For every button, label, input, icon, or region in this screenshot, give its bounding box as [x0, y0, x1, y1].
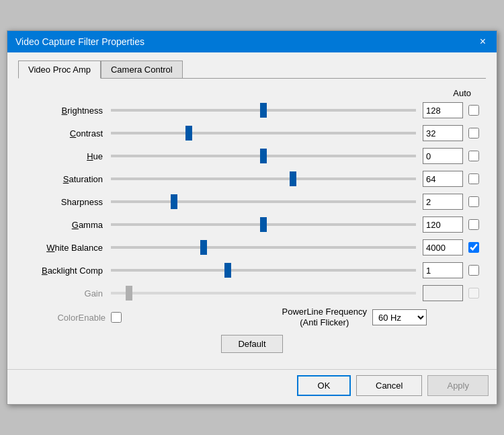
- sharpness-slider-container: [111, 200, 416, 203]
- contrast-row: Contrast: [24, 124, 480, 143]
- gain-slider[interactable]: [111, 292, 416, 294]
- white-balance-slider[interactable]: [111, 246, 416, 249]
- backlight-comp-slider-container: [111, 269, 416, 272]
- brightness-row: Brightness: [24, 101, 480, 120]
- gain-row: Gain: [24, 284, 480, 303]
- contrast-slider[interactable]: [111, 132, 416, 134]
- default-button-row: Default: [18, 335, 486, 353]
- tab-video-proc-amp[interactable]: Video Proc Amp: [18, 61, 101, 79]
- backlight-comp-value[interactable]: [423, 262, 463, 278]
- saturation-value[interactable]: [423, 171, 463, 187]
- gamma-row: Gamma: [24, 215, 480, 234]
- powerline-label: PowerLine Frequency (Anti Flicker): [282, 307, 367, 327]
- cancel-button[interactable]: Cancel: [356, 375, 422, 396]
- gamma-slider-container: [111, 223, 416, 226]
- default-button[interactable]: Default: [221, 335, 282, 353]
- contrast-slider-container: [111, 132, 416, 134]
- saturation-label: Saturation: [24, 174, 111, 184]
- hue-slider-container: [111, 155, 416, 157]
- controls-area: Auto Brightness Contrast: [18, 88, 486, 327]
- dialog-content: Video Proc Amp Camera Control Auto Brigh…: [7, 52, 497, 366]
- white-balance-label: White Balance: [24, 243, 111, 253]
- saturation-row: Saturation: [24, 169, 480, 188]
- color-enable-label: ColorEnable: [24, 313, 111, 323]
- auto-header: Auto: [24, 88, 471, 98]
- backlight-comp-slider[interactable]: [111, 269, 416, 272]
- tab-camera-control[interactable]: Camera Control: [101, 61, 183, 79]
- white-balance-slider-container: [111, 246, 416, 249]
- brightness-auto-checkbox[interactable]: [468, 105, 479, 116]
- contrast-auto-checkbox[interactable]: [468, 128, 479, 139]
- dialog-title: Video Capture Filter Properties: [15, 36, 144, 47]
- color-enable-checkbox[interactable]: [111, 312, 122, 323]
- white-balance-auto-checkbox[interactable]: [468, 242, 479, 253]
- brightness-slider-container: [111, 109, 416, 112]
- hue-label: Hue: [24, 151, 111, 161]
- gain-label: Gain: [24, 288, 111, 299]
- sharpness-slider[interactable]: [111, 200, 416, 203]
- powerline-label-line1: PowerLine Frequency: [282, 307, 367, 317]
- brightness-value[interactable]: [423, 102, 463, 118]
- gamma-auto-checkbox[interactable]: [468, 219, 479, 230]
- white-balance-row: White Balance: [24, 238, 480, 257]
- backlight-comp-label: Backlight Comp: [24, 266, 111, 276]
- gamma-label: Gamma: [24, 220, 111, 230]
- sharpness-auto-checkbox[interactable]: [468, 196, 479, 207]
- dialog: Video Capture Filter Properties × Video …: [7, 30, 497, 404]
- ok-button[interactable]: OK: [297, 375, 351, 396]
- brightness-label: Brightness: [24, 106, 111, 116]
- powerline-label-line2: (Anti Flicker): [300, 317, 349, 327]
- sharpness-value[interactable]: [423, 194, 463, 210]
- brightness-slider[interactable]: [111, 109, 416, 112]
- saturation-slider[interactable]: [111, 177, 416, 180]
- gain-auto-checkbox[interactable]: [468, 288, 479, 299]
- contrast-label: Contrast: [24, 128, 111, 139]
- hue-row: Hue: [24, 147, 480, 165]
- hue-auto-checkbox[interactable]: [468, 151, 479, 161]
- button-row: OK Cancel Apply: [7, 369, 497, 404]
- white-balance-value[interactable]: [423, 239, 463, 255]
- backlight-comp-auto-checkbox[interactable]: [468, 265, 479, 276]
- title-bar: Video Capture Filter Properties ×: [7, 31, 497, 52]
- gain-value: [423, 285, 463, 301]
- contrast-value[interactable]: [423, 125, 463, 141]
- gamma-value[interactable]: [423, 216, 463, 233]
- apply-button[interactable]: Apply: [427, 375, 489, 396]
- saturation-slider-container: [111, 177, 416, 180]
- saturation-auto-checkbox[interactable]: [468, 173, 479, 184]
- backlight-comp-row: Backlight Comp: [24, 261, 480, 280]
- bottom-options-row: ColorEnable PowerLine Frequency (Anti Fl…: [24, 307, 480, 327]
- hue-slider[interactable]: [111, 155, 416, 157]
- sharpness-row: Sharpness: [24, 192, 480, 211]
- powerline-select[interactable]: 50 Hz 60 Hz Disabled: [372, 309, 427, 325]
- gain-slider-container: [111, 292, 416, 294]
- sharpness-label: Sharpness: [24, 197, 111, 207]
- close-button[interactable]: ×: [477, 36, 489, 47]
- gamma-slider[interactable]: [111, 223, 416, 226]
- hue-value[interactable]: [423, 148, 463, 164]
- tabs-container: Video Proc Amp Camera Control: [18, 61, 486, 79]
